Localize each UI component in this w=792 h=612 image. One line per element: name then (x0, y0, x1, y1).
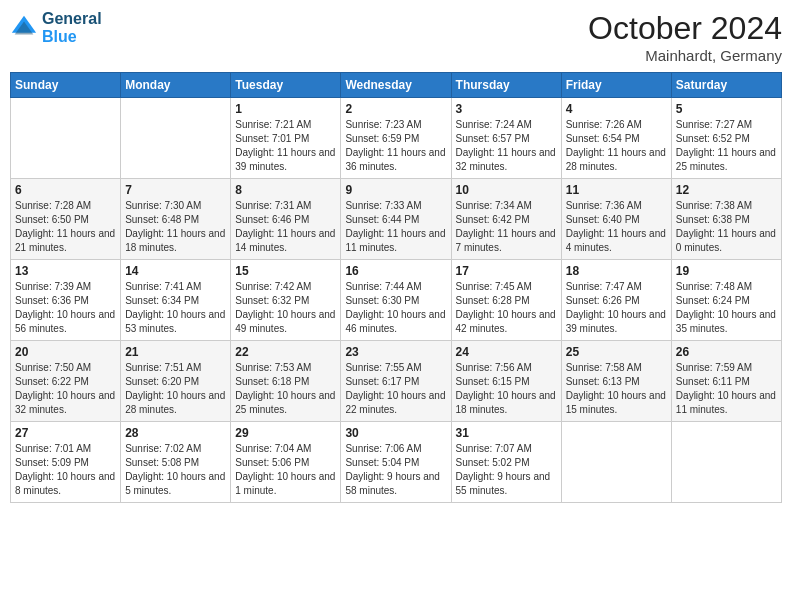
logo: General Blue (10, 10, 102, 46)
day-info: Sunrise: 7:58 AMSunset: 6:13 PMDaylight:… (566, 361, 667, 417)
day-info: Sunrise: 7:07 AMSunset: 5:02 PMDaylight:… (456, 442, 557, 498)
day-number: 25 (566, 345, 667, 359)
day-info: Sunrise: 7:36 AMSunset: 6:40 PMDaylight:… (566, 199, 667, 255)
day-info: Sunrise: 7:56 AMSunset: 6:15 PMDaylight:… (456, 361, 557, 417)
day-info: Sunrise: 7:01 AMSunset: 5:09 PMDaylight:… (15, 442, 116, 498)
calendar-cell: 5Sunrise: 7:27 AMSunset: 6:52 PMDaylight… (671, 98, 781, 179)
day-number: 13 (15, 264, 116, 278)
weekday-header-row: SundayMondayTuesdayWednesdayThursdayFrid… (11, 73, 782, 98)
calendar-cell: 15Sunrise: 7:42 AMSunset: 6:32 PMDayligh… (231, 260, 341, 341)
day-number: 20 (15, 345, 116, 359)
calendar-week-row: 13Sunrise: 7:39 AMSunset: 6:36 PMDayligh… (11, 260, 782, 341)
day-number: 29 (235, 426, 336, 440)
day-info: Sunrise: 7:50 AMSunset: 6:22 PMDaylight:… (15, 361, 116, 417)
day-number: 18 (566, 264, 667, 278)
day-info: Sunrise: 7:42 AMSunset: 6:32 PMDaylight:… (235, 280, 336, 336)
logo-text: General Blue (42, 10, 102, 46)
day-number: 6 (15, 183, 116, 197)
day-info: Sunrise: 7:33 AMSunset: 6:44 PMDaylight:… (345, 199, 446, 255)
day-info: Sunrise: 7:59 AMSunset: 6:11 PMDaylight:… (676, 361, 777, 417)
calendar-cell: 6Sunrise: 7:28 AMSunset: 6:50 PMDaylight… (11, 179, 121, 260)
calendar-cell: 9Sunrise: 7:33 AMSunset: 6:44 PMDaylight… (341, 179, 451, 260)
day-number: 23 (345, 345, 446, 359)
weekday-header-thursday: Thursday (451, 73, 561, 98)
weekday-header-saturday: Saturday (671, 73, 781, 98)
calendar-cell: 2Sunrise: 7:23 AMSunset: 6:59 PMDaylight… (341, 98, 451, 179)
weekday-header-tuesday: Tuesday (231, 73, 341, 98)
day-number: 28 (125, 426, 226, 440)
calendar-week-row: 27Sunrise: 7:01 AMSunset: 5:09 PMDayligh… (11, 422, 782, 503)
calendar-cell: 19Sunrise: 7:48 AMSunset: 6:24 PMDayligh… (671, 260, 781, 341)
weekday-header-monday: Monday (121, 73, 231, 98)
calendar-cell (121, 98, 231, 179)
page-header: General Blue October 2024 Mainhardt, Ger… (10, 10, 782, 64)
location: Mainhardt, Germany (588, 47, 782, 64)
calendar-cell: 8Sunrise: 7:31 AMSunset: 6:46 PMDaylight… (231, 179, 341, 260)
calendar-week-row: 20Sunrise: 7:50 AMSunset: 6:22 PMDayligh… (11, 341, 782, 422)
calendar-cell: 21Sunrise: 7:51 AMSunset: 6:20 PMDayligh… (121, 341, 231, 422)
calendar-cell: 22Sunrise: 7:53 AMSunset: 6:18 PMDayligh… (231, 341, 341, 422)
day-number: 7 (125, 183, 226, 197)
day-number: 11 (566, 183, 667, 197)
day-info: Sunrise: 7:55 AMSunset: 6:17 PMDaylight:… (345, 361, 446, 417)
calendar-cell: 30Sunrise: 7:06 AMSunset: 5:04 PMDayligh… (341, 422, 451, 503)
month-title: October 2024 (588, 10, 782, 47)
day-info: Sunrise: 7:26 AMSunset: 6:54 PMDaylight:… (566, 118, 667, 174)
calendar-cell (11, 98, 121, 179)
calendar-cell: 27Sunrise: 7:01 AMSunset: 5:09 PMDayligh… (11, 422, 121, 503)
day-number: 4 (566, 102, 667, 116)
day-info: Sunrise: 7:28 AMSunset: 6:50 PMDaylight:… (15, 199, 116, 255)
calendar-cell (561, 422, 671, 503)
calendar-cell: 26Sunrise: 7:59 AMSunset: 6:11 PMDayligh… (671, 341, 781, 422)
day-number: 3 (456, 102, 557, 116)
day-number: 17 (456, 264, 557, 278)
day-info: Sunrise: 7:06 AMSunset: 5:04 PMDaylight:… (345, 442, 446, 498)
day-info: Sunrise: 7:27 AMSunset: 6:52 PMDaylight:… (676, 118, 777, 174)
calendar-cell: 7Sunrise: 7:30 AMSunset: 6:48 PMDaylight… (121, 179, 231, 260)
day-number: 16 (345, 264, 446, 278)
day-number: 1 (235, 102, 336, 116)
weekday-header-friday: Friday (561, 73, 671, 98)
day-number: 2 (345, 102, 446, 116)
calendar-table: SundayMondayTuesdayWednesdayThursdayFrid… (10, 72, 782, 503)
day-info: Sunrise: 7:02 AMSunset: 5:08 PMDaylight:… (125, 442, 226, 498)
day-info: Sunrise: 7:23 AMSunset: 6:59 PMDaylight:… (345, 118, 446, 174)
calendar-cell: 16Sunrise: 7:44 AMSunset: 6:30 PMDayligh… (341, 260, 451, 341)
day-number: 24 (456, 345, 557, 359)
day-info: Sunrise: 7:53 AMSunset: 6:18 PMDaylight:… (235, 361, 336, 417)
day-info: Sunrise: 7:38 AMSunset: 6:38 PMDaylight:… (676, 199, 777, 255)
calendar-cell: 31Sunrise: 7:07 AMSunset: 5:02 PMDayligh… (451, 422, 561, 503)
day-info: Sunrise: 7:47 AMSunset: 6:26 PMDaylight:… (566, 280, 667, 336)
day-info: Sunrise: 7:24 AMSunset: 6:57 PMDaylight:… (456, 118, 557, 174)
day-number: 30 (345, 426, 446, 440)
day-number: 21 (125, 345, 226, 359)
calendar-week-row: 6Sunrise: 7:28 AMSunset: 6:50 PMDaylight… (11, 179, 782, 260)
day-info: Sunrise: 7:45 AMSunset: 6:28 PMDaylight:… (456, 280, 557, 336)
day-info: Sunrise: 7:41 AMSunset: 6:34 PMDaylight:… (125, 280, 226, 336)
day-number: 26 (676, 345, 777, 359)
day-info: Sunrise: 7:31 AMSunset: 6:46 PMDaylight:… (235, 199, 336, 255)
calendar-cell: 17Sunrise: 7:45 AMSunset: 6:28 PMDayligh… (451, 260, 561, 341)
calendar-cell: 18Sunrise: 7:47 AMSunset: 6:26 PMDayligh… (561, 260, 671, 341)
day-number: 31 (456, 426, 557, 440)
calendar-cell: 24Sunrise: 7:56 AMSunset: 6:15 PMDayligh… (451, 341, 561, 422)
calendar-cell: 3Sunrise: 7:24 AMSunset: 6:57 PMDaylight… (451, 98, 561, 179)
day-info: Sunrise: 7:48 AMSunset: 6:24 PMDaylight:… (676, 280, 777, 336)
day-info: Sunrise: 7:30 AMSunset: 6:48 PMDaylight:… (125, 199, 226, 255)
weekday-header-wednesday: Wednesday (341, 73, 451, 98)
calendar-cell: 28Sunrise: 7:02 AMSunset: 5:08 PMDayligh… (121, 422, 231, 503)
calendar-cell: 11Sunrise: 7:36 AMSunset: 6:40 PMDayligh… (561, 179, 671, 260)
calendar-cell: 4Sunrise: 7:26 AMSunset: 6:54 PMDaylight… (561, 98, 671, 179)
calendar-cell: 12Sunrise: 7:38 AMSunset: 6:38 PMDayligh… (671, 179, 781, 260)
day-info: Sunrise: 7:39 AMSunset: 6:36 PMDaylight:… (15, 280, 116, 336)
calendar-cell: 13Sunrise: 7:39 AMSunset: 6:36 PMDayligh… (11, 260, 121, 341)
calendar-cell: 25Sunrise: 7:58 AMSunset: 6:13 PMDayligh… (561, 341, 671, 422)
calendar-cell: 1Sunrise: 7:21 AMSunset: 7:01 PMDaylight… (231, 98, 341, 179)
day-number: 8 (235, 183, 336, 197)
day-number: 27 (15, 426, 116, 440)
day-number: 22 (235, 345, 336, 359)
calendar-cell: 14Sunrise: 7:41 AMSunset: 6:34 PMDayligh… (121, 260, 231, 341)
calendar-cell: 20Sunrise: 7:50 AMSunset: 6:22 PMDayligh… (11, 341, 121, 422)
title-block: October 2024 Mainhardt, Germany (588, 10, 782, 64)
day-number: 5 (676, 102, 777, 116)
